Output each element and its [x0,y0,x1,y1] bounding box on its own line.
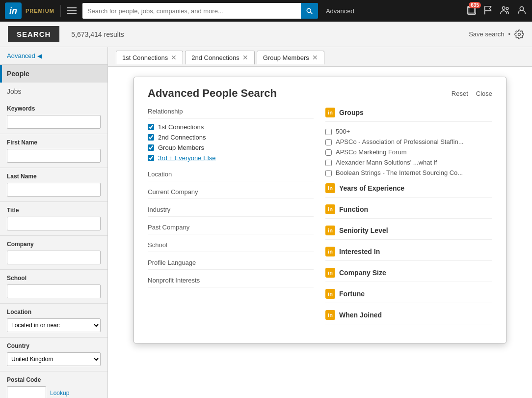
when-joined-in-badge: in [325,310,335,320]
checkbox-1st-connections-label: 1st Connections [158,123,204,131]
school-modal-field-divider [148,252,314,252]
flag-icon [483,5,494,16]
company-input[interactable] [7,251,101,264]
keywords-input[interactable] [7,115,101,129]
tab-group-members-close[interactable]: ✕ [312,54,318,61]
notifications-icon-wrap[interactable]: 635 [466,5,477,17]
school-modal-field-label: School [148,241,314,249]
results-count: 5,673,414 results [71,30,124,38]
search-bar [82,3,318,19]
relationship-section: Relationship 1st Connections 2nd Connect… [148,108,314,162]
profile-icon-wrap[interactable] [516,5,527,17]
top-navigation: in PREMIUM Advanced 635 [0,0,532,22]
page-wrapper: SEARCH 5,673,414 results Save search • A… [0,22,532,398]
checkbox-1st-connections: 1st Connections [148,123,314,131]
postal-code-section: Postal Code Lookup [0,371,107,398]
tab-2nd-connections-close[interactable]: ✕ [242,54,248,61]
reset-link[interactable]: Reset [452,90,468,97]
first-name-input[interactable] [7,149,101,163]
company-size-divider [325,282,492,282]
group-apsco-marketing-checkbox[interactable] [325,149,332,156]
title-label: Title [7,207,101,214]
seniority-divider [325,239,492,240]
save-search[interactable]: Save search • [469,29,524,39]
group-boolean-checkbox[interactable] [325,170,332,176]
nonprofit-interests-field-divider [148,287,314,287]
modal-left-column: Relationship 1st Connections 2nd Connect… [148,108,314,331]
tab-1st-connections-close[interactable]: ✕ [171,54,177,61]
company-section: Company [0,236,107,270]
last-name-section: Last Name [0,168,107,202]
function-header: in Function [325,204,492,214]
checkbox-group-members-input[interactable] [148,144,154,151]
main-area-inner: Advanced People Search Reset Close Relat… [108,77,532,371]
checkbox-2nd-connections-label: 2nd Connections [158,134,206,141]
tab-1st-connections-label: 1st Connections [122,54,168,61]
sidebar-item-people[interactable]: People [0,65,107,83]
school-input[interactable] [7,284,101,298]
current-company-field-label: Current Company [148,188,314,196]
current-company-field-divider [148,199,314,199]
logo-text: in [9,6,17,16]
svg-point-2 [506,7,508,10]
search-input[interactable] [82,3,301,19]
checkbox-2nd-connections-input[interactable] [148,134,154,141]
interested-in-section: in Interested In [325,247,492,261]
group-500-checkbox[interactable] [325,129,332,135]
past-company-field-label: Past Company [148,224,314,231]
company-size-section: in Company Size [325,268,492,282]
advanced-nav-button[interactable]: Advanced [322,5,358,17]
location-section: Location Located in or near: [0,304,107,338]
fortune-header: in Fortune [325,289,492,299]
when-joined-section: in When Joined [325,310,492,324]
industry-field-divider [148,216,314,217]
fortune-title: Fortune [339,290,365,298]
search-submit-button[interactable] [301,3,318,19]
svg-point-4 [518,33,521,35]
groups-section: in Groups 500+ [325,108,492,176]
hamburger-menu[interactable] [65,5,79,16]
seniority-header: in Seniority Level [325,226,492,235]
when-joined-header: in When Joined [325,310,492,320]
sidebar-item-jobs[interactable]: Jobs [0,83,107,100]
location-field: Location [148,171,314,181]
modal-actions: Reset Close [452,90,492,97]
settings-icon[interactable] [514,29,524,39]
linkedin-logo[interactable]: in [5,2,22,19]
checkbox-3rd-everyone: 3rd + Everyone Else [148,154,314,162]
title-input[interactable] [7,217,101,230]
seniority-in-badge: in [325,226,335,235]
location-field-divider [148,181,314,181]
checkbox-3rd-everyone-input[interactable] [148,155,154,161]
company-size-in-badge: in [325,268,335,278]
fortune-section: in Fortune [325,289,492,303]
tab-2nd-connections[interactable]: 2nd Connections ✕ [185,51,255,64]
location-select[interactable]: Located in or near: [7,318,101,332]
nonprofit-interests-field-label: Nonprofit Interests [148,277,314,284]
tab-group-members[interactable]: Group Members ✕ [257,51,324,64]
company-size-header: in Company Size [325,268,492,278]
first-name-section: First Name [0,134,107,168]
years-experience-header: in Years of Experience [325,183,492,193]
checkbox-1st-connections-input[interactable] [148,124,154,130]
group-500-item: 500+ [325,128,492,135]
lookup-link[interactable]: Lookup [50,390,69,397]
flag-icon-wrap[interactable] [483,5,494,17]
people-icon-wrap[interactable] [500,5,510,17]
group-alexander-item: Alexander Mann Solutions' ...what if [325,159,492,166]
location-field-label: Location [148,171,314,178]
company-label: Company [7,241,101,248]
group-apsco-marketing-label: APSCo Marketing Forum [336,148,407,156]
function-title: Function [339,205,368,213]
group-alexander-checkbox[interactable] [325,160,332,166]
tab-1st-connections[interactable]: 1st Connections ✕ [116,51,183,64]
modal-right-column: in Groups 500+ [325,108,492,331]
years-experience-section: in Years of Experience [325,183,492,198]
close-link[interactable]: Close [476,90,492,97]
last-name-input[interactable] [7,183,101,197]
checkbox-3rd-everyone-label[interactable]: 3rd + Everyone Else [158,154,215,162]
postal-code-input[interactable] [7,386,46,398]
country-select[interactable]: United Kingdom [7,352,101,366]
sidebar-advanced-link[interactable]: Advanced ◀ [0,47,107,65]
group-apsco-checkbox[interactable] [325,139,332,145]
